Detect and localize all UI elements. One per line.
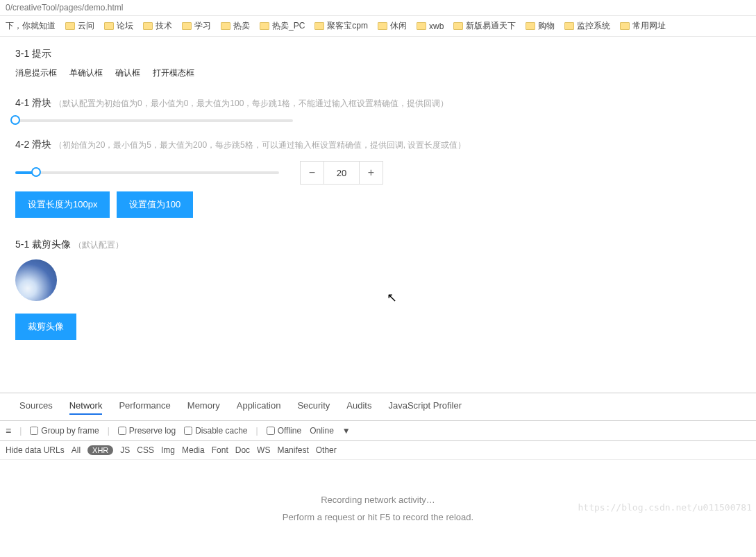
bookmark-label: 下，你就知道 xyxy=(6,20,56,32)
bookmark-item[interactable]: 常用网址 xyxy=(620,20,666,32)
bookmark-label: 云问 xyxy=(78,20,94,32)
title-text: 5-1 裁剪头像 xyxy=(15,239,71,250)
bookmark-item[interactable]: 学习 xyxy=(182,20,211,32)
devtools-tab-memory[interactable]: Memory xyxy=(187,400,220,415)
demo-link[interactable]: 确认框 xyxy=(115,67,140,79)
crop-avatar-button[interactable]: 裁剪头像 xyxy=(15,314,76,340)
step-value[interactable]: 20 xyxy=(324,168,359,178)
section-3-1-title: 3-1 提示 xyxy=(15,48,741,60)
folder-icon xyxy=(104,22,114,30)
filter-all[interactable]: All xyxy=(72,445,81,455)
bookmark-label: 新版易通天下 xyxy=(466,20,516,32)
bookmark-item[interactable]: 聚客宝cpm xyxy=(314,20,368,32)
filter-css[interactable]: CSS xyxy=(137,445,154,455)
bookmark-item[interactable]: 休闲 xyxy=(378,20,407,32)
demo-link[interactable]: 单确认框 xyxy=(69,67,103,79)
page-content: 3-1 提示 消息提示框单确认框确认框打开模态框 4-1 滑块 （默认配置为初始… xyxy=(0,37,756,393)
section-4-1-title: 4-1 滑块 （默认配置为初始值为0，最小值为0，最大值为100，每步跳1格，不… xyxy=(15,97,741,110)
filter-font[interactable]: Font xyxy=(212,445,228,455)
filter-ws[interactable]: WS xyxy=(257,445,270,455)
slider-thumb[interactable] xyxy=(31,167,41,177)
bookmark-item[interactable]: 购物 xyxy=(526,20,555,32)
step-minus-button[interactable]: − xyxy=(301,162,324,184)
filter-icon[interactable]: ≡ xyxy=(6,425,11,436)
devtools-tab-sources[interactable]: Sources xyxy=(19,400,53,415)
online-select[interactable]: Online xyxy=(310,426,334,436)
title-sub: （初始值为20，最小值为5，最大值为200，每步跳5格，可以通过输入框设置精确值… xyxy=(54,140,466,150)
devtools-tab-audits[interactable]: Audits xyxy=(346,400,371,415)
folder-icon xyxy=(182,22,192,30)
folder-icon xyxy=(526,22,535,30)
bookmark-label: xwb xyxy=(429,22,444,31)
set-value-button[interactable]: 设置值为100 xyxy=(117,191,193,218)
bookmark-item[interactable]: xwb xyxy=(417,22,444,31)
filter-other[interactable]: Other xyxy=(316,445,337,455)
dropdown-icon[interactable]: ▼ xyxy=(342,426,351,436)
folder-icon xyxy=(314,22,324,30)
bookmark-item[interactable]: 云问 xyxy=(65,20,94,32)
bookmark-item[interactable]: 新版易通天下 xyxy=(453,20,516,32)
folder-icon xyxy=(65,22,75,30)
bookmark-label: 聚客宝cpm xyxy=(327,20,368,32)
devtools-tab-security[interactable]: Security xyxy=(297,400,330,415)
folder-icon xyxy=(453,22,463,30)
bookmark-item[interactable]: 监控系统 xyxy=(564,20,610,32)
watermark-text: https://blog.csdn.net/u011500781 xyxy=(578,502,752,513)
title-sub: （默认配置） xyxy=(74,240,124,250)
bookmarks-bar: 下，你就知道云问论坛技术学习热卖热卖_PC聚客宝cpm休闲xwb新版易通天下购物… xyxy=(0,16,756,37)
bookmark-item[interactable]: 论坛 xyxy=(104,20,133,32)
filter-js[interactable]: JS xyxy=(120,445,130,455)
devtools-toolbar: ≡ | Group by frame | Preserve log Disabl… xyxy=(0,421,756,441)
devtools-tabs: SourcesNetworkPerformanceMemoryApplicati… xyxy=(0,393,756,421)
bookmark-item[interactable]: 热卖_PC xyxy=(260,20,305,32)
filter-manifest[interactable]: Manifest xyxy=(277,445,308,455)
title-sub: （默认配置为初始值为0，最小值为0，最大值为100，每步跳1格，不能通过输入框设… xyxy=(54,98,448,108)
slider-4-2[interactable] xyxy=(15,171,279,174)
set-length-button[interactable]: 设置长度为100px xyxy=(15,191,110,218)
folder-icon xyxy=(564,22,574,30)
folder-icon xyxy=(260,22,269,30)
address-bar[interactable]: 0/creativeTool/pages/demo.html xyxy=(0,0,756,16)
title-text: 4-1 滑块 xyxy=(15,97,51,108)
step-plus-button[interactable]: + xyxy=(359,162,383,184)
devtools-filter-row: Hide data URLs All XHR JSCSSImgMediaFont… xyxy=(0,441,756,460)
devtools-panel: SourcesNetworkPerformanceMemoryApplicati… xyxy=(0,393,756,522)
filter-img[interactable]: Img xyxy=(161,445,175,455)
hide-data-urls[interactable]: Hide data URLs xyxy=(6,445,65,455)
bookmark-label: 热卖_PC xyxy=(272,20,305,32)
bookmark-item[interactable]: 下，你就知道 xyxy=(6,20,56,32)
filter-doc[interactable]: Doc xyxy=(235,445,250,455)
devtools-tab-network[interactable]: Network xyxy=(69,400,103,415)
filter-xhr[interactable]: XHR xyxy=(87,445,113,455)
title-text: 4-2 滑块 xyxy=(15,139,51,150)
bookmark-label: 购物 xyxy=(538,20,555,32)
preserve-log-checkbox[interactable]: Preserve log xyxy=(118,426,176,436)
hint-text: Perform a request or hit F5 to record th… xyxy=(0,512,756,522)
slider-thumb[interactable] xyxy=(10,115,20,125)
devtools-tab-javascript-profiler[interactable]: JavaScript Profiler xyxy=(388,400,461,415)
bookmark-label: 监控系统 xyxy=(577,20,610,32)
group-by-frame-checkbox[interactable]: Group by frame xyxy=(30,426,99,436)
bookmark-label: 论坛 xyxy=(117,20,133,32)
value-stepper: − 20 + xyxy=(300,161,383,185)
slider-4-1[interactable] xyxy=(15,119,741,122)
demo-links: 消息提示框单确认框确认框打开模态框 xyxy=(15,67,741,79)
bookmark-label: 休闲 xyxy=(390,20,407,32)
bookmark-item[interactable]: 热卖 xyxy=(221,20,250,32)
folder-icon xyxy=(620,22,630,30)
filter-media[interactable]: Media xyxy=(182,445,205,455)
folder-icon xyxy=(221,22,230,30)
bookmark-label: 学习 xyxy=(194,20,211,32)
bookmark-item[interactable]: 技术 xyxy=(143,20,172,32)
disable-cache-checkbox[interactable]: Disable cache xyxy=(184,426,247,436)
section-5-1-title: 5-1 裁剪头像 （默认配置） xyxy=(15,239,741,251)
devtools-tab-performance[interactable]: Performance xyxy=(119,400,170,415)
offline-checkbox[interactable]: Offline xyxy=(267,426,301,436)
demo-link[interactable]: 消息提示框 xyxy=(15,67,57,79)
bookmark-label: 热卖 xyxy=(233,20,250,32)
devtools-tab-application[interactable]: Application xyxy=(237,400,281,415)
bookmark-label: 技术 xyxy=(156,20,172,32)
folder-icon xyxy=(143,22,153,30)
demo-link[interactable]: 打开模态框 xyxy=(153,67,194,79)
section-4-2-title: 4-2 滑块 （初始值为20，最小值为5，最大值为200，每步跳5格，可以通过输… xyxy=(15,139,741,151)
